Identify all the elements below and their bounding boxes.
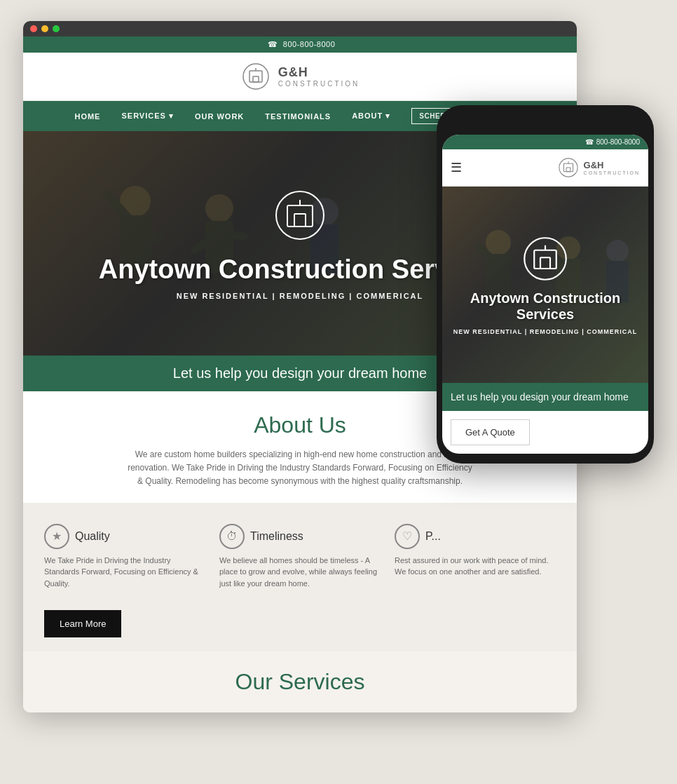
services-heading: Our Services bbox=[44, 669, 556, 695]
svg-point-29 bbox=[524, 238, 566, 280]
phone-logo-sub: CONSTRUCTION bbox=[584, 170, 640, 175]
phone-header: ☰ G&H CONSTRUCTION bbox=[442, 149, 648, 187]
feature-timeliness-header: ⏱ Timeliness bbox=[219, 524, 381, 549]
phone-logo-icon bbox=[557, 156, 580, 179]
timeliness-text: We believe all homes should be timeless … bbox=[219, 555, 381, 590]
svg-rect-30 bbox=[534, 250, 556, 269]
mobile-phone: ☎ 800-800-8000 ☰ G&H CONSTRUCTION bbox=[437, 105, 654, 464]
nav-testimonials[interactable]: TESTIMONIALS bbox=[265, 112, 331, 121]
svg-rect-2 bbox=[253, 76, 259, 82]
phone-icon: ☎ bbox=[268, 40, 278, 48]
desktop-header: G&H CONSTRUCTION bbox=[23, 53, 577, 101]
logo-icon bbox=[240, 61, 271, 92]
feature-quality-header: ★ Quality bbox=[44, 524, 205, 549]
quality-title: Quality bbox=[75, 530, 110, 543]
logo-wrap: G&H CONSTRUCTION bbox=[240, 61, 360, 92]
logo-brand: G&H bbox=[278, 65, 360, 80]
third-text: Rest assured in our work with peace of m… bbox=[395, 555, 556, 578]
third-title: P... bbox=[425, 530, 441, 543]
learn-more-button[interactable]: Learn More bbox=[44, 610, 121, 637]
svg-rect-20 bbox=[566, 168, 570, 172]
feature-timeliness: ⏱ Timeliness We believe all homes should… bbox=[219, 524, 381, 590]
phone-hero-content: Anytown Construction Services NEW RESIDE… bbox=[442, 187, 648, 383]
nav-home[interactable]: HOME bbox=[74, 112, 100, 121]
services-section: Our Services bbox=[23, 651, 577, 712]
phone-hero: Anytown Construction Services NEW RESIDE… bbox=[442, 187, 648, 383]
phone-screen: ☎ 800-800-8000 ☰ G&H CONSTRUCTION bbox=[442, 135, 648, 454]
third-icon: ♡ bbox=[395, 524, 420, 549]
about-text: We are custom home builders specializing… bbox=[125, 448, 475, 489]
browser-fullscreen-dot[interactable] bbox=[53, 25, 60, 32]
timeliness-title: Timeliness bbox=[250, 530, 303, 543]
hamburger-icon[interactable]: ☰ bbox=[451, 160, 462, 175]
phone-hero-logo-icon bbox=[521, 234, 570, 283]
quality-icon: ★ bbox=[44, 524, 69, 549]
phone-logo-brand: G&H bbox=[584, 160, 640, 170]
hero-logo-icon bbox=[272, 187, 328, 243]
phone-phone-number: 800-800-8000 bbox=[596, 138, 640, 146]
svg-rect-15 bbox=[287, 205, 313, 227]
phone-notch bbox=[503, 115, 587, 129]
feature-third-header: ♡ P... bbox=[395, 524, 556, 549]
get-a-quote-button[interactable]: Get A Quote bbox=[451, 419, 530, 445]
logo-sub: CONSTRUCTION bbox=[278, 80, 360, 88]
phone-tagline: Let us help you design your dream home bbox=[442, 383, 648, 411]
svg-point-14 bbox=[276, 191, 324, 239]
hero-subtitle: NEW RESIDENTIAL | REMODELING | COMMERICA… bbox=[177, 292, 424, 300]
nav-services[interactable]: SERVICES ▾ bbox=[121, 111, 174, 121]
timeliness-icon: ⏱ bbox=[219, 524, 245, 549]
nav-about[interactable]: ABOUT ▾ bbox=[352, 111, 390, 121]
phone-hero-title: Anytown Construction Services bbox=[451, 290, 640, 323]
phone-top-bar: ☎ 800-800-8000 bbox=[442, 135, 648, 149]
features-section: ★ Quality We Take Pride in Driving the I… bbox=[23, 503, 577, 652]
feature-quality: ★ Quality We Take Pride in Driving the I… bbox=[44, 524, 205, 590]
browser-minimize-dot[interactable] bbox=[41, 25, 48, 32]
nav-our-work[interactable]: OUR WORK bbox=[195, 112, 244, 121]
phone-phone-icon: ☎ bbox=[585, 138, 594, 146]
feature-third: ♡ P... Rest assured in our work with pea… bbox=[395, 524, 556, 590]
desktop-phone-bar: ☎ 800-800-8000 bbox=[23, 36, 577, 53]
logo-text: G&H CONSTRUCTION bbox=[278, 65, 360, 88]
features-row: ★ Quality We Take Pride in Driving the I… bbox=[44, 524, 556, 590]
phone-logo-text: G&H CONSTRUCTION bbox=[584, 160, 640, 175]
browser-close-dot[interactable] bbox=[30, 25, 37, 32]
phone-number: 800-800-8000 bbox=[283, 40, 336, 48]
phone-logo-wrap: G&H CONSTRUCTION bbox=[557, 156, 640, 179]
phone-hero-subtitle: NEW RESIDENTIAL | REMODELING | COMMERICA… bbox=[453, 328, 637, 335]
browser-top-bar bbox=[23, 21, 577, 36]
quality-text: We Take Pride in Driving the Industry St… bbox=[44, 555, 205, 590]
svg-rect-31 bbox=[540, 257, 550, 269]
scene: ☎ 800-800-8000 G&H CONSTRUCTION HOME bbox=[23, 21, 654, 764]
svg-rect-16 bbox=[294, 214, 306, 227]
